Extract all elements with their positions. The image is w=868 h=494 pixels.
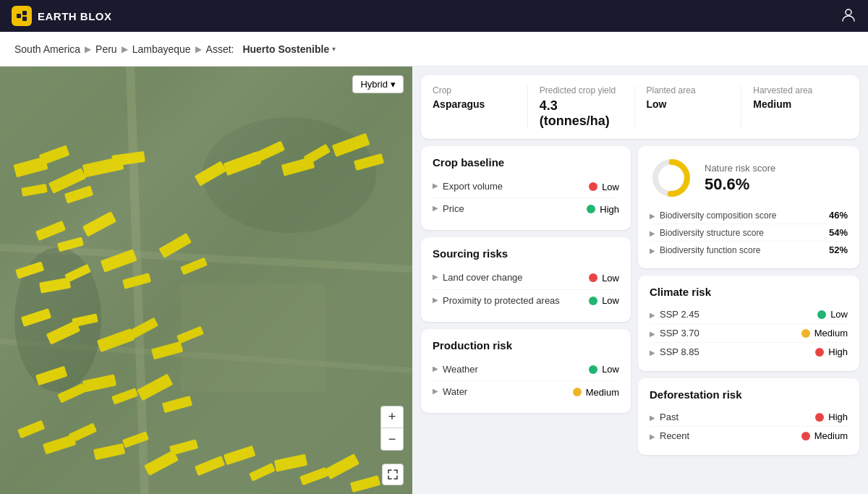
crop-item: Crop Asparagus [433, 85, 527, 129]
expand-icon-b0[interactable]: ▶ [650, 212, 655, 220]
sourcing-status-1: Low [602, 295, 619, 306]
deforestation-label-1: Recent [660, 430, 689, 441]
nature-risk-label: Nature risk score [705, 163, 775, 174]
svg-rect-10 [181, 284, 326, 392]
planted-label: Planted area [647, 85, 730, 95]
climate-status-2: High [828, 346, 848, 357]
status-dot-red-s0 [589, 273, 597, 282]
biodiversity-row-0: ▶ Biodiversity composition score 46% [650, 207, 848, 224]
expand-icon-b1[interactable]: ▶ [650, 229, 655, 237]
crop-baseline-status-1: High [600, 204, 619, 215]
biodiversity-pct-0: 46% [829, 210, 848, 221]
expand-icon-c2[interactable]: ▶ [650, 349, 655, 357]
svg-point-3 [846, 9, 851, 15]
map-area: Hybrid ▾ + − [0, 67, 412, 494]
zoom-in-button[interactable]: + [381, 406, 403, 428]
climate-label-1: SSP 3.70 [660, 328, 699, 338]
svg-rect-0 [17, 14, 21, 18]
climate-row-0: ▶ SSP 2.45 Low [650, 305, 848, 324]
crop-baseline-card: Crop baseline ▶ Export volume Low [421, 146, 631, 230]
expand-icon-1[interactable]: ▶ [433, 204, 438, 212]
zoom-controls[interactable]: + − [380, 406, 404, 451]
expand-icon-p0[interactable]: ▶ [433, 365, 438, 372]
asset-label: Asset: [206, 43, 234, 55]
sourcing-risks-card: Sourcing risks ▶ Land cover change Low [421, 237, 631, 321]
map-type-label: Hybrid [360, 79, 388, 90]
climate-badge-1: Medium [801, 328, 848, 338]
fullscreen-button[interactable] [382, 464, 404, 485]
crop-baseline-status-0: Low [602, 182, 619, 192]
deforestation-row-1: ▶ Recent Medium [650, 427, 848, 445]
production-risk-title: Production risk [433, 339, 619, 352]
climate-status-0: Low [830, 309, 848, 320]
deforestation-risk-title: Deforestation risk [650, 388, 848, 401]
map-svg [0, 67, 412, 494]
breadcrumb-sep-3: ▶ [195, 44, 202, 54]
map-type-chevron: ▾ [391, 79, 396, 90]
yield-label: Predicted crop yield [540, 85, 623, 95]
harvested-item: Harvested area Medium [741, 85, 848, 129]
climate-row-2: ▶ SSP 8.85 High [650, 343, 848, 361]
status-dot-red-c2 [815, 348, 824, 357]
expand-icon-p1[interactable]: ▶ [433, 387, 438, 395]
breadcrumb-sep-2: ▶ [122, 44, 128, 54]
zoom-out-button[interactable]: − [381, 428, 403, 450]
production-row-1: ▶ Water Medium [433, 381, 619, 403]
crop-baseline-badge-1: High [587, 204, 619, 215]
yield-value: 4.3 (tonnes/ha) [540, 98, 623, 129]
climate-status-1: Medium [814, 328, 848, 338]
breadcrumb-country[interactable]: Peru [95, 43, 117, 55]
expand-icon-s0[interactable]: ▶ [433, 273, 438, 281]
asset-name: Huerto Sostenible [242, 43, 329, 55]
deforestation-status-0: High [828, 412, 848, 422]
asset-dropdown[interactable]: Asset: Huerto Sostenible ▾ [206, 43, 336, 55]
production-badge-1: Medium [573, 387, 619, 398]
sourcing-risks-title: Sourcing risks [433, 247, 619, 260]
expand-icon-b2[interactable]: ▶ [650, 247, 655, 255]
biodiversity-label-0: Biodiversity composition score [660, 210, 776, 221]
sourcing-label-1: Proximity to protected areas [443, 294, 560, 307]
climate-badge-0: Low [817, 309, 848, 320]
deforestation-row-0: ▶ Past High [650, 408, 848, 427]
sourcing-label-0: Land cover change [443, 271, 523, 284]
climate-badge-2: High [815, 346, 848, 357]
svg-rect-2 [22, 17, 27, 21]
production-row-0: ▶ Weather Low [433, 359, 619, 381]
breadcrumb-sep-1: ▶ [85, 44, 91, 54]
production-badge-0: Low [589, 364, 619, 375]
planted-value: Low [647, 98, 730, 110]
user-icon[interactable] [841, 7, 856, 26]
expand-icon-0[interactable]: ▶ [433, 182, 438, 189]
breadcrumb-region[interactable]: South America [14, 43, 80, 55]
map-type-button[interactable]: Hybrid ▾ [352, 75, 404, 93]
left-col: Crop baseline ▶ Export volume Low [421, 146, 631, 485]
expand-icon-s1[interactable]: ▶ [433, 296, 438, 304]
expand-icon-d0[interactable]: ▶ [650, 414, 655, 422]
main-layout: Hybrid ▾ + − Crop Asparagus Predicted cr… [0, 67, 868, 494]
harvested-label: Harvested area [753, 85, 836, 95]
sourcing-row-0: ▶ Land cover change Low [433, 267, 619, 289]
expand-icon-d1[interactable]: ▶ [650, 433, 655, 440]
status-dot-green-p0 [589, 365, 597, 374]
map-type-control[interactable]: Hybrid ▾ [352, 75, 404, 93]
climate-row-1: ▶ SSP 3.70 Medium [650, 324, 848, 343]
planted-item: Planted area Low [634, 85, 741, 129]
right-col: Nature risk score 50.6% ▶ Biodiversity c… [638, 146, 859, 485]
biodiversity-label-2: Biodiversity function score [660, 245, 760, 255]
production-label-1: Water [443, 386, 467, 399]
production-status-0: Low [602, 364, 619, 375]
crop-baseline-label-1: Price [443, 203, 464, 216]
deforestation-badge-0: High [815, 412, 848, 422]
expand-icon-c1[interactable]: ▶ [650, 330, 655, 338]
status-dot-green-1 [587, 205, 595, 213]
crop-baseline-label-0: Export volume [443, 180, 503, 193]
biodiversity-pct-1: 54% [829, 227, 848, 238]
status-dot-red-d1 [801, 432, 810, 440]
status-dot-green-s1 [589, 297, 597, 305]
production-risk-card: Production risk ▶ Weather Low ▶ [421, 329, 631, 413]
deforestation-status-1: Medium [814, 430, 848, 441]
breadcrumb: South America ▶ Peru ▶ Lambayeque ▶ Asse… [0, 32, 868, 67]
status-dot-yellow-p1 [573, 388, 582, 396]
breadcrumb-area[interactable]: Lambayeque [132, 43, 191, 55]
expand-icon-c0[interactable]: ▶ [650, 311, 655, 319]
